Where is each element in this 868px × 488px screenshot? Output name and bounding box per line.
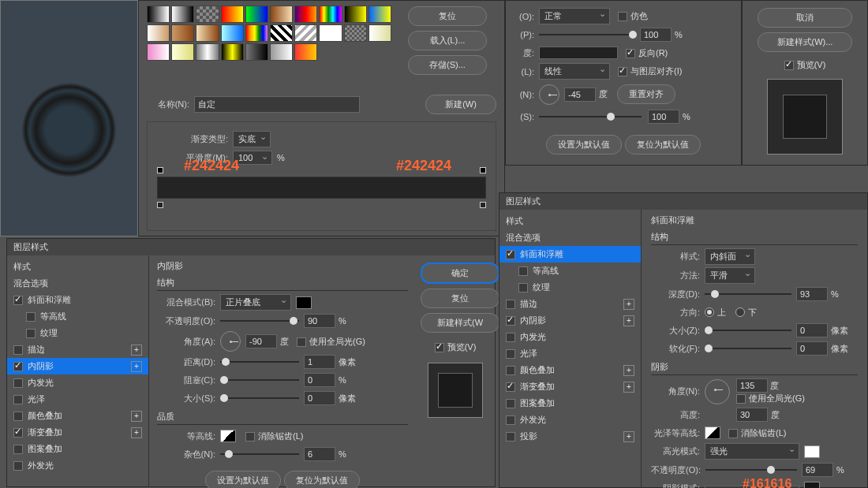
style-pattern-overlay-2[interactable]: 图案叠加: [499, 395, 641, 412]
blend-options-2[interactable]: 混合选项: [499, 229, 641, 246]
dither-check[interactable]: [618, 12, 627, 21]
be-shadow-swatch[interactable]: [804, 482, 820, 488]
be-angle-dial[interactable]: [705, 379, 730, 404]
color-stop-right[interactable]: [480, 202, 486, 208]
be-soften-slider[interactable]: [705, 345, 713, 352]
be-gloss-picker[interactable]: [705, 427, 720, 439]
style-drop-shadow-2[interactable]: 投影+: [499, 428, 641, 445]
style-contour[interactable]: 等高线: [7, 308, 148, 325]
load-button[interactable]: 载入(L)...: [408, 31, 487, 50]
goscale-slider[interactable]: [607, 113, 615, 121]
new-button[interactable]: 新建(W): [425, 95, 496, 114]
be-angle-input[interactable]: 135: [736, 378, 768, 393]
be-soften-input[interactable]: 0: [796, 341, 828, 356]
gomode-select[interactable]: 正常: [539, 8, 610, 24]
preview-check-top[interactable]: [784, 61, 794, 70]
new-style-button-top[interactable]: 新建样式(W)...: [758, 32, 852, 52]
is-angle-input[interactable]: -90: [245, 334, 277, 348]
style-pattern-overlay[interactable]: 图案叠加: [7, 441, 148, 457]
style-stroke[interactable]: 描边+: [7, 341, 148, 358]
be-alt-input[interactable]: 30: [736, 408, 768, 422]
gradient-bar[interactable]: [157, 177, 486, 199]
be-tech-select[interactable]: 平滑: [705, 267, 755, 284]
reverse-check[interactable]: [626, 49, 635, 58]
goopa-input[interactable]: 100: [640, 28, 672, 42]
style-outer-glow[interactable]: 外发光: [7, 457, 148, 474]
grad-type-select[interactable]: 实底: [233, 131, 271, 147]
style-contour-2[interactable]: 等高线: [499, 263, 641, 279]
reset-button-1[interactable]: 复位: [421, 289, 499, 308]
be-size-slider[interactable]: [705, 326, 713, 334]
be-anti-check[interactable]: [728, 429, 738, 438]
style-grad-overlay-2[interactable]: 渐变叠加+: [499, 378, 641, 395]
is-contour-picker[interactable]: [220, 430, 236, 442]
be-highlight-swatch[interactable]: [804, 445, 820, 458]
style-texture-2[interactable]: 纹理: [499, 279, 641, 296]
set-default-button[interactable]: 设置为默认值: [546, 135, 622, 155]
style-color-overlay[interactable]: 颜色叠加+: [7, 408, 148, 424]
be-hopa-slider[interactable]: [767, 466, 775, 474]
style-texture[interactable]: 纹理: [7, 325, 148, 341]
style-inner-glow-2[interactable]: 内发光: [499, 329, 641, 345]
reset-button[interactable]: 复位: [408, 6, 487, 26]
ok-button-1[interactable]: 确定: [421, 263, 499, 284]
be-dir-up[interactable]: [705, 307, 714, 317]
is-angle-dial[interactable]: [220, 331, 241, 352]
color-stop-left[interactable]: [157, 202, 163, 208]
is-set-default[interactable]: 设置为默认值: [205, 471, 281, 488]
is-color-swatch[interactable]: [296, 296, 312, 309]
style-satin[interactable]: 光泽: [7, 391, 148, 408]
save-button[interactable]: 存儲(S)...: [408, 55, 487, 75]
opacity-stop-right[interactable]: [480, 167, 486, 173]
is-opa-slider[interactable]: [290, 317, 297, 325]
is-global-check[interactable]: [297, 337, 306, 347]
is-opa-input[interactable]: 90: [304, 314, 335, 328]
newstyle-button-1[interactable]: 新建样式(W: [421, 313, 499, 333]
is-dist-input[interactable]: 1: [304, 355, 335, 369]
is-blend-select[interactable]: 正片叠底: [220, 294, 291, 311]
preview-check-1[interactable]: [435, 343, 444, 352]
gradient-presets[interactable]: [147, 6, 391, 61]
style-bevel[interactable]: 斜面和浮雕: [7, 292, 148, 308]
be-global-check[interactable]: [736, 394, 746, 404]
style-grad-overlay[interactable]: 渐变叠加+: [7, 424, 148, 441]
goopa-slider[interactable]: [629, 31, 637, 39]
gograd-preview[interactable]: [539, 47, 618, 59]
is-dist-slider[interactable]: [222, 358, 230, 366]
is-anti-check[interactable]: [245, 432, 255, 441]
is-choke-slider[interactable]: [220, 376, 228, 384]
be-style-select[interactable]: 内斜面: [705, 248, 755, 265]
be-depth-slider[interactable]: [711, 290, 719, 298]
be-size-input[interactable]: 0: [796, 323, 828, 337]
style-outer-glow-2[interactable]: 外发光: [499, 412, 641, 428]
cancel-button-top[interactable]: 取消: [758, 8, 852, 28]
blend-options[interactable]: 混合选项: [7, 275, 148, 292]
hex-annotation-shadow: #161616: [743, 477, 791, 488]
be-depth-input[interactable]: 93: [796, 287, 828, 301]
style-stroke-2[interactable]: 描边+: [499, 296, 641, 312]
reset-align-button[interactable]: 重置对齐: [617, 84, 675, 104]
style-color-overlay-2[interactable]: 颜色叠加+: [499, 362, 641, 378]
style-bevel-2[interactable]: 斜面和浮雕: [499, 246, 641, 263]
is-noise-input[interactable]: 6: [304, 447, 335, 461]
gostyle-select[interactable]: 线性: [539, 63, 610, 80]
style-inner-shadow-2[interactable]: 内阴影+: [499, 312, 641, 329]
be-dir-down[interactable]: [735, 307, 745, 317]
is-size-slider[interactable]: [220, 394, 228, 402]
name-input[interactable]: 自定: [194, 96, 360, 113]
goangle-input[interactable]: -45: [564, 88, 596, 102]
goscale-input[interactable]: 100: [648, 110, 679, 124]
style-inner-glow[interactable]: 内发光: [7, 374, 148, 391]
is-noise-slider[interactable]: [225, 450, 233, 458]
reset-default-button[interactable]: 复位为默认值: [625, 135, 701, 155]
is-size-input[interactable]: 0: [304, 391, 335, 405]
opacity-stop-left[interactable]: [157, 167, 163, 173]
goangle-dial[interactable]: [539, 84, 559, 105]
style-inner-shadow[interactable]: 内阴影+: [7, 358, 148, 374]
be-hopa-input[interactable]: 69: [802, 463, 833, 477]
is-choke-input[interactable]: 0: [304, 373, 335, 387]
align-check[interactable]: [618, 67, 627, 76]
be-hmode-select[interactable]: 强光: [705, 443, 799, 460]
is-reset-default[interactable]: 复位为默认值: [284, 471, 360, 488]
style-satin-2[interactable]: 光泽: [499, 345, 641, 362]
